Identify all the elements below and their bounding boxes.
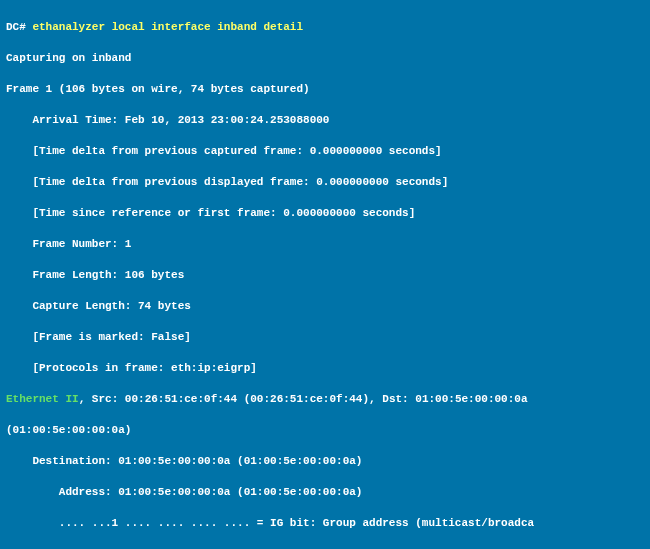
- output-line: Frame Number: 1: [6, 237, 644, 253]
- output-line: Address: 01:00:5e:00:00:0a (01:00:5e:00:…: [6, 485, 644, 501]
- output-line: Frame Length: 106 bytes: [6, 268, 644, 284]
- typed-command: ethanalyzer local interface inband detai…: [26, 21, 303, 33]
- output-line: [Time delta from previous displayed fram…: [6, 175, 644, 191]
- output-line: Capture Length: 74 bytes: [6, 299, 644, 315]
- output-line: (01:00:5e:00:00:0a): [6, 423, 644, 439]
- section-ethernet: Ethernet II: [6, 393, 79, 405]
- output-line: [Protocols in frame: eth:ip:eigrp]: [6, 361, 644, 377]
- prompt: DC#: [6, 21, 26, 33]
- section-ethernet-details: , Src: 00:26:51:ce:0f:44 (00:26:51:ce:0f…: [79, 393, 528, 405]
- output-line: Capturing on inband: [6, 51, 644, 67]
- output-line: [Time since reference or first frame: 0.…: [6, 206, 644, 222]
- output-line: Destination: 01:00:5e:00:00:0a (01:00:5e…: [6, 454, 644, 470]
- output-line: [Frame is marked: False]: [6, 330, 644, 346]
- output-line: .... ...1 .... .... .... .... = IG bit: …: [6, 516, 644, 532]
- output-line: Arrival Time: Feb 10, 2013 23:00:24.2530…: [6, 113, 644, 129]
- output-line: Ethernet II, Src: 00:26:51:ce:0f:44 (00:…: [6, 392, 644, 408]
- output-line: [Time delta from previous captured frame…: [6, 144, 644, 160]
- terminal-window[interactable]: DC# ethanalyzer local interface inband d…: [0, 0, 650, 549]
- output-line: Frame 1 (106 bytes on wire, 74 bytes cap…: [6, 82, 644, 98]
- command-line: DC# ethanalyzer local interface inband d…: [6, 20, 644, 36]
